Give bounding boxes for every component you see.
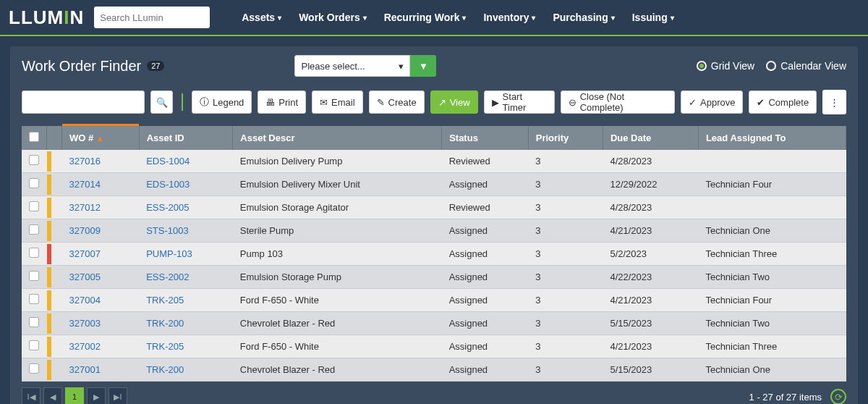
row-checkbox-cell[interactable] xyxy=(22,312,47,335)
global-search[interactable] xyxy=(94,7,210,28)
table-row[interactable]: 327016EDS-1004Emulsion Delivery PumpRevi… xyxy=(22,150,846,173)
cell-status: Assigned xyxy=(442,219,529,243)
create-icon: ✎ xyxy=(377,97,385,108)
pager-first[interactable]: I◀ xyxy=(22,387,41,404)
print-button[interactable]: 🖶Print xyxy=(258,91,306,114)
cell-wo[interactable]: 327004 xyxy=(62,289,140,312)
cell-wo[interactable]: 327014 xyxy=(62,173,140,196)
table-row[interactable]: 327003TRK-200Chevrolet Blazer - RedAssig… xyxy=(22,312,846,335)
table-row[interactable]: 327004TRK-205Ford F-650 - WhiteAssigned3… xyxy=(22,289,846,312)
create-button[interactable]: ✎Create xyxy=(369,91,425,114)
cell-wo[interactable]: 327002 xyxy=(62,335,140,358)
calendar-view-radio[interactable]: Calendar View xyxy=(766,60,846,72)
cell-wo[interactable]: 327012 xyxy=(62,196,140,219)
pager-prev[interactable]: ◀ xyxy=(43,387,62,404)
cell-asset-id[interactable]: TRK-200 xyxy=(139,312,233,335)
cell-status: Reviewed xyxy=(442,196,529,219)
row-checkbox-cell[interactable] xyxy=(22,266,47,289)
cell-asset-id[interactable]: ESS-2005 xyxy=(139,196,233,219)
cell-asset-id[interactable]: TRK-205 xyxy=(139,289,233,312)
checkbox-icon xyxy=(29,178,39,188)
nav-recurring-work[interactable]: Recurring Work▾ xyxy=(384,12,467,23)
col-lead[interactable]: Lead Assigned To xyxy=(698,126,846,150)
email-button[interactable]: ✉Email xyxy=(312,91,363,114)
row-checkbox-cell[interactable] xyxy=(22,243,47,266)
col-status[interactable]: Status xyxy=(442,126,529,150)
col-priority[interactable]: Priority xyxy=(528,126,603,150)
row-checkbox-cell[interactable] xyxy=(22,196,47,219)
cell-asset-id[interactable]: EDS-1004 xyxy=(139,150,233,173)
nav-work-orders[interactable]: Work Orders▾ xyxy=(299,12,367,23)
cell-status: Assigned xyxy=(442,173,529,196)
search-button[interactable]: 🔍 xyxy=(150,91,173,114)
table-row[interactable]: 327007PUMP-103Pump 103Assigned35/2/2023T… xyxy=(22,243,846,266)
complete-button[interactable]: ✔Complete xyxy=(749,91,817,114)
start-timer-button[interactable]: ▶Start Timer xyxy=(484,91,555,114)
cell-wo[interactable]: 327016 xyxy=(62,150,140,173)
table-row[interactable]: 327012ESS-2005Emulsion Storage AgitatorR… xyxy=(22,196,846,219)
row-checkbox-cell[interactable] xyxy=(22,335,47,358)
nav-assets[interactable]: Assets▾ xyxy=(242,12,281,23)
table-row[interactable]: 327014EDS-1003Emulsion Delivery Mixer Un… xyxy=(22,173,846,196)
table-row[interactable]: 327001TRK-200Chevrolet Blazer - RedAssig… xyxy=(22,358,846,382)
col-stripe xyxy=(47,126,62,150)
cell-asset-id[interactable]: EDS-1003 xyxy=(139,173,233,196)
col-asset-id[interactable]: Asset ID xyxy=(139,126,233,150)
cell-due-date: 4/21/2023 xyxy=(603,289,698,312)
pager-last[interactable]: ▶I xyxy=(109,387,127,404)
cell-status: Assigned xyxy=(442,335,529,358)
row-checkbox-cell[interactable] xyxy=(22,219,47,243)
pager-page-1[interactable]: 1 xyxy=(65,387,84,404)
table-row[interactable]: 327002TRK-205Ford F-650 - WhiteAssigned3… xyxy=(22,335,846,358)
row-stripe xyxy=(47,312,62,335)
cell-lead: Technician Four xyxy=(698,289,846,312)
grid-view-radio[interactable]: Grid View xyxy=(697,60,754,72)
cell-wo[interactable]: 327009 xyxy=(62,219,140,243)
cell-asset-id[interactable]: TRK-200 xyxy=(139,358,233,382)
col-select-all[interactable] xyxy=(22,126,47,150)
view-button[interactable]: ↗View xyxy=(430,91,478,114)
col-wo[interactable]: WO # ▲ xyxy=(62,126,140,150)
refresh-button[interactable]: ⟳ xyxy=(830,389,846,404)
quick-search-input[interactable] xyxy=(22,91,145,114)
row-stripe xyxy=(47,243,62,266)
nav-inventory[interactable]: Inventory▾ xyxy=(483,12,535,23)
sort-asc-icon: ▲ xyxy=(96,134,104,143)
results-table: WO # ▲ Asset ID Asset Descr Status Prior… xyxy=(22,126,846,382)
check-circle-icon: ✔ xyxy=(757,97,765,108)
cell-wo[interactable]: 327007 xyxy=(62,243,140,266)
cell-asset-id[interactable]: STS-1003 xyxy=(139,219,233,243)
cell-due-date: 4/21/2023 xyxy=(603,335,698,358)
pager-next[interactable]: ▶ xyxy=(87,387,106,404)
nav-issuing[interactable]: Issuing▾ xyxy=(632,12,674,23)
radio-icon xyxy=(766,61,776,71)
cell-wo[interactable]: 327001 xyxy=(62,358,140,382)
more-actions-button[interactable]: ⋮ xyxy=(822,90,846,114)
global-search-input[interactable] xyxy=(100,12,204,23)
cell-wo[interactable]: 327003 xyxy=(62,312,140,335)
cell-lead: Technician Three xyxy=(698,335,846,358)
pager: I◀ ◀ 1 ▶ ▶I xyxy=(22,387,127,404)
row-checkbox-cell[interactable] xyxy=(22,150,47,173)
refresh-icon: ⟳ xyxy=(835,392,843,403)
cell-lead: Technician One xyxy=(698,219,846,243)
legend-button[interactable]: ⓘLegend xyxy=(192,91,252,114)
cell-wo[interactable]: 327005 xyxy=(62,266,140,289)
table-row[interactable]: 327009STS-1003Sterile PumpAssigned34/21/… xyxy=(22,219,846,243)
cell-asset-id[interactable]: ESS-2002 xyxy=(139,266,233,289)
apply-filter-button[interactable]: ▼ xyxy=(410,55,436,77)
top-navbar: LLUMIN Assets▾ Work Orders▾ Recurring Wo… xyxy=(0,0,868,35)
cell-asset-id[interactable]: PUMP-103 xyxy=(139,243,233,266)
col-due-date[interactable]: Due Date xyxy=(603,126,698,150)
row-checkbox-cell[interactable] xyxy=(22,358,47,382)
nav-purchasing[interactable]: Purchasing▾ xyxy=(553,12,614,23)
table-row[interactable]: 327005ESS-2002Emulsion Storage PumpAssig… xyxy=(22,266,846,289)
cell-asset-id[interactable]: TRK-205 xyxy=(139,335,233,358)
play-icon: ▶ xyxy=(492,97,499,108)
close-button[interactable]: ⊖Close (Not Complete) xyxy=(561,91,675,114)
col-asset-descr[interactable]: Asset Descr xyxy=(233,126,442,150)
row-checkbox-cell[interactable] xyxy=(22,289,47,312)
approve-button[interactable]: ✓Approve xyxy=(681,91,743,114)
row-checkbox-cell[interactable] xyxy=(22,173,47,196)
filter-select[interactable]: Please select... ▾ xyxy=(294,55,410,77)
